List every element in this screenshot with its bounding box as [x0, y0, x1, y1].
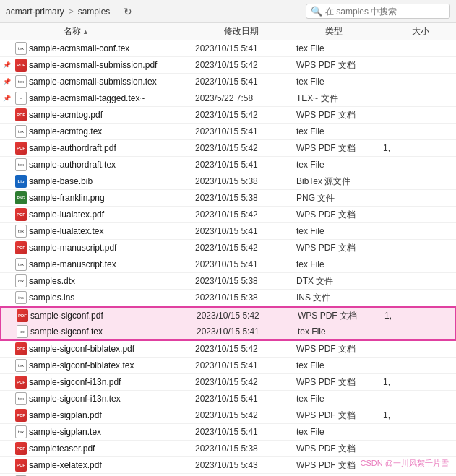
file-icon-area: tex [13, 125, 29, 138]
file-icon-area: PDF [13, 442, 29, 455]
file-date-cell: 2023/10/15 5:42 [195, 344, 296, 354]
file-type-cell: WPS PDF 文档 [298, 310, 384, 322]
file-type-cell: BibTex 源文件 [296, 176, 383, 188]
file-size-cell: 1, [383, 143, 426, 153]
file-date-cell: 2023/10/15 5:38 [195, 193, 296, 203]
table-row[interactable]: texsample-lualatex.tex2023/10/15 5:41tex… [0, 223, 456, 240]
file-type-cell: tex File [296, 77, 383, 87]
col-header-type[interactable]: 类型 [325, 25, 412, 38]
table-row[interactable]: dtxsamples.dtx2023/10/15 5:38DTX 文件 [0, 273, 456, 290]
pin-area: 📌 [0, 61, 13, 69]
file-icon-area: tex [13, 75, 29, 88]
wps-pdf-icon: PDF [15, 208, 27, 221]
table-row[interactable]: texsample-authordraft.tex2023/10/15 5:41… [0, 157, 456, 173]
table-row[interactable]: PDFsample-sigconf-i13n.pdf2023/10/15 5:4… [0, 374, 456, 391]
table-row[interactable]: bibsample-base.bib2023/10/15 5:38BibTex … [0, 173, 456, 190]
table-row[interactable]: texsample-sigconf-i13n.tex2023/10/15 5:4… [0, 391, 456, 407]
table-row[interactable]: PNGsample-franklin.png2023/10/15 5:38PNG… [0, 190, 456, 207]
table-row[interactable]: 📌PDFsample-acmsmall-submission.pdf2023/1… [0, 57, 456, 74]
file-name-cell: sample-sigconf-biblatex.pdf [29, 344, 195, 354]
tex-file-icon: tex [17, 325, 28, 338]
table-row[interactable]: PDFsample-sigconf-biblatex.pdf2023/10/15… [0, 341, 456, 358]
table-row[interactable]: PDFsample-authordraft.pdf2023/10/15 5:42… [0, 140, 456, 157]
file-date-cell: 2023/10/15 5:38 [195, 443, 296, 454]
table-row[interactable]: PDFsample-sigconf.pdf2023/10/15 5:42WPS … [0, 306, 456, 324]
table-row[interactable]: PDFsampleteaser.pdf2023/10/15 5:38WPS PD… [0, 441, 456, 457]
file-icon-area: tex [13, 42, 29, 55]
file-icon-area: tex [13, 359, 29, 372]
file-type-cell: tex File [296, 427, 383, 437]
file-icon-area: ~ [13, 92, 29, 105]
file-icon-area: PDF [13, 409, 29, 422]
ins-file-icon: ins [15, 291, 27, 304]
tex-file-icon: tex [15, 75, 27, 88]
file-name-cell: sample-xelatex.pdf [29, 460, 195, 470]
file-date-cell: 2023/10/15 5:41 [195, 259, 296, 269]
search-input[interactable] [325, 7, 445, 17]
file-name-cell: sample-sigconf.tex [30, 326, 197, 337]
file-name-cell: sample-franklin.png [29, 193, 195, 203]
table-row[interactable]: PDFsample-sigplan.pdf2023/10/15 5:42WPS … [0, 407, 456, 424]
file-date-cell: 2023/10/15 5:41 [195, 394, 296, 404]
file-date-cell: 2023/5/22 7:58 [195, 93, 296, 103]
file-icon-area: tex [13, 392, 29, 405]
pin-icon: 📌 [3, 61, 11, 69]
table-row[interactable]: PDFsample-lualatex.pdf2023/10/15 5:42WPS… [0, 207, 456, 223]
dtx-file-icon: dtx [15, 274, 27, 287]
table-row[interactable]: texsample-acmtog.tex2023/10/15 5:41tex F… [0, 124, 456, 140]
file-date-cell: 2023/10/15 5:41 [195, 360, 296, 371]
table-row[interactable]: 📌~sample-acmsmall-tagged.tex~2023/5/22 7… [0, 90, 456, 107]
file-icon-area: PDF [13, 108, 29, 121]
file-type-cell: tex File [296, 126, 383, 137]
file-type-cell: tex File [296, 394, 383, 404]
file-date-cell: 2023/10/15 5:41 [195, 427, 296, 437]
file-name-cell: sample-lualatex.tex [29, 226, 195, 236]
col-header-name[interactable]: 名称▲ [29, 25, 224, 38]
file-icon-area: ins [13, 291, 29, 304]
table-row[interactable]: 📌texsample-acmsmall-submission.tex2023/1… [0, 74, 456, 90]
table-row[interactable]: inssamples.ins2023/10/15 5:38INS 文件 [0, 290, 456, 306]
file-type-cell: WPS PDF 文档 [296, 443, 383, 455]
col-header-size[interactable]: 大小 [412, 25, 455, 38]
table-row[interactable]: texsample-sigconf-biblatex.tex2023/10/15… [0, 358, 456, 374]
search-icon: 🔍 [311, 6, 322, 17]
file-name-cell: sample-acmtog.pdf [29, 110, 195, 120]
file-date-cell: 2023/10/15 5:38 [195, 176, 296, 186]
file-icon-area: PDF [13, 459, 29, 472]
file-icon-area: PDF [13, 342, 29, 355]
wps-pdf-icon: PDF [15, 108, 27, 121]
file-name-cell: sample-sigplan.pdf [29, 410, 195, 420]
col-header-date[interactable]: 修改日期 [224, 25, 325, 38]
file-rows-container: texsample-acmsmall-conf.tex2023/10/15 5:… [0, 40, 456, 476]
file-size-cell: 1, [384, 311, 428, 321]
file-name-cell: sample-manuscript.tex [29, 259, 195, 269]
file-type-cell: WPS PDF 文档 [296, 343, 383, 355]
file-date-cell: 2023/10/15 5:41 [195, 226, 296, 236]
file-icon-area: PDF [13, 59, 29, 72]
table-row[interactable]: texsample-manuscript.tex2023/10/15 5:41t… [0, 256, 456, 273]
wps-pdf-icon: PDF [17, 309, 28, 322]
table-row[interactable]: texsample-acmsmall-conf.tex2023/10/15 5:… [0, 40, 456, 57]
file-name-cell: sample-acmsmall-submission.tex [29, 77, 195, 87]
table-row[interactable]: PDFsample-acmtog.pdf2023/10/15 5:42WPS P… [0, 107, 456, 124]
file-name-cell: sample-sigplan.tex [29, 427, 195, 437]
file-type-cell: WPS PDF 文档 [296, 376, 383, 389]
table-row[interactable]: texsample-sigplan.tex2023/10/15 5:41tex … [0, 424, 456, 441]
file-name-cell: sample-lualatex.pdf [29, 209, 195, 220]
file-icon-area: tex [13, 225, 29, 238]
pin-area: 📌 [0, 78, 13, 85]
table-row[interactable]: PDFsample-manuscript.pdf2023/10/15 5:42W… [0, 240, 456, 256]
table-row[interactable]: texsample-sigconf.tex2023/10/15 5:41tex … [0, 324, 456, 341]
refresh-button[interactable]: ↻ [121, 4, 135, 19]
tex-file-icon: tex [15, 258, 27, 271]
file-date-cell: 2023/10/15 5:41 [195, 160, 296, 170]
file-name-cell: sample-acmsmall-submission.pdf [29, 60, 195, 70]
file-date-cell: 2023/10/15 5:42 [195, 243, 296, 253]
breadcrumb-child-dropdown[interactable]: samples [78, 7, 118, 17]
file-name-cell: sample-authordraft.pdf [29, 143, 195, 153]
file-date-cell: 2023/10/15 5:42 [195, 377, 296, 387]
wps-pdf-icon: PDF [15, 241, 27, 254]
file-size-cell: 1, [383, 377, 426, 387]
file-date-cell: 2023/10/15 5:41 [195, 43, 296, 53]
file-date-cell: 2023/10/15 5:42 [195, 143, 296, 153]
